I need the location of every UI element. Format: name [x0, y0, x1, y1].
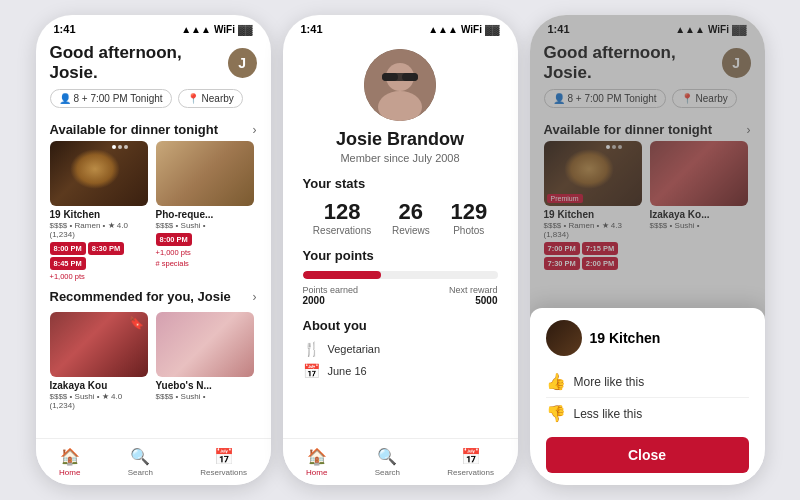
profile-avatar [364, 49, 436, 121]
rest-card-19kitchen[interactable]: 19 Kitchen $$$$ • Ramen • ★ 4.0 (1,234) … [50, 141, 148, 281]
rec-meta-yuebo: $$$$ • Sushi • [156, 392, 254, 401]
wifi-icon: WiFi [214, 24, 235, 35]
stats-section: Your stats 128 Reservations 26 Reviews 1… [303, 176, 498, 236]
home-icon-2: 🏠 [307, 447, 327, 466]
stat-reservations: 128 Reservations [313, 199, 371, 236]
signal-icon-2: ▲▲▲ [428, 24, 458, 35]
stat-num-res: 128 [313, 199, 371, 225]
nearby-label-1: Nearby [202, 93, 234, 104]
svg-rect-5 [402, 73, 418, 81]
time-btn-pho-800[interactable]: 8:00 PM [156, 233, 192, 246]
about-birthday-text: June 16 [328, 365, 367, 377]
p3-less-label: Less like this [574, 407, 643, 421]
points-section: Your points Points earned Next reward 20… [303, 248, 498, 306]
nav-search-1[interactable]: 🔍 Search [128, 447, 153, 477]
status-icons-2: ▲▲▲ WiFi ▓▓ [428, 24, 499, 35]
stat-num-photo: 129 [450, 199, 487, 225]
bottom-nav-1: 🏠 Home 🔍 Search 📅 Reservations [36, 438, 271, 485]
time-btn-800[interactable]: 8:00 PM [50, 242, 86, 255]
about-diet-text: Vegetarian [328, 343, 381, 355]
battery-icon: ▓▓ [238, 24, 253, 35]
dinner-cards: 19 Kitchen $$$$ • Ramen • ★ 4.0 (1,234) … [36, 141, 271, 281]
about-section: About you 🍴 Vegetarian 📅 June 16 [303, 318, 498, 379]
time-buttons-pho: 8:00 PM [156, 233, 254, 246]
p2-content: Josie Brandow Member since July 2008 You… [283, 39, 518, 438]
battery-icon-2: ▓▓ [485, 24, 500, 35]
chevron-rec[interactable]: › [253, 290, 257, 304]
next-label: Next reward [449, 285, 498, 295]
status-bar-1: 1:41 ▲▲▲ WiFi ▓▓ [36, 15, 271, 39]
filter-nearby-1[interactable]: 📍 Nearby [178, 89, 243, 108]
earned-label: Points earned [303, 285, 359, 295]
fork-icon: 🍴 [303, 341, 320, 357]
close-button[interactable]: Close [546, 437, 749, 473]
rec-card-izakaya[interactable]: 🔖 Izakaya Kou $$$$ • Sushi • ★ 4.0 (1,23… [50, 312, 148, 410]
time-btn-830[interactable]: 8:30 PM [88, 242, 124, 255]
time-1: 1:41 [54, 23, 76, 35]
p1-greeting-row: Good afternoon, Josie. J [50, 43, 257, 83]
dots-19kitchen [112, 145, 128, 149]
p1-header: Good afternoon, Josie. J 👤 8 + 7:00 PM T… [36, 39, 271, 114]
nav-search-label-1: Search [128, 468, 153, 477]
guests-icon: 👤 [59, 93, 71, 104]
rest-meta-pho: $$$$ • Sushi • [156, 221, 254, 230]
rest-img-19kitchen [50, 141, 148, 206]
home-icon-1: 🏠 [60, 447, 80, 466]
p1-content: Good afternoon, Josie. J 👤 8 + 7:00 PM T… [36, 39, 271, 438]
avatar-1[interactable]: J [228, 48, 257, 78]
nav-home-2[interactable]: 🏠 Home [306, 447, 327, 477]
guests-label-1: 8 + 7:00 PM Tonight [74, 93, 163, 104]
rec-name-izakaya: Izakaya Kou [50, 380, 148, 391]
stat-name-res: Reservations [313, 225, 371, 236]
recommended-section: Recommended for you, Josie › 🔖 Izakaya K… [36, 289, 271, 410]
stat-photos: 129 Photos [450, 199, 487, 236]
specials-pho: # specials [156, 259, 254, 268]
nav-res-label-2: Reservations [447, 468, 494, 477]
stat-num-rev: 26 [392, 199, 430, 225]
reservations-icon-2: 📅 [461, 447, 481, 466]
points-bar-bg [303, 271, 498, 279]
search-icon-2: 🔍 [377, 447, 397, 466]
rest-img-pho [156, 141, 254, 206]
section-dinner-title: Available for dinner tonight [50, 122, 219, 137]
p3-action-less[interactable]: 👎 Less like this [546, 398, 749, 429]
search-icon-1: 🔍 [130, 447, 150, 466]
calendar-icon: 📅 [303, 363, 320, 379]
about-label: About you [303, 318, 498, 333]
p3-action-more[interactable]: 👍 More like this [546, 366, 749, 398]
stats-row: 128 Reservations 26 Reviews 129 Photos [303, 199, 498, 236]
rest-name-19kitchen: 19 Kitchen [50, 209, 148, 220]
p3-bg-overlay[interactable] [530, 15, 765, 325]
nav-reservations-1[interactable]: 📅 Reservations [200, 447, 247, 477]
filter-guests-1[interactable]: 👤 8 + 7:00 PM Tonight [50, 89, 172, 108]
phone-2: 1:41 ▲▲▲ WiFi ▓▓ Josie Brandow Member si… [283, 15, 518, 485]
p3-bottom-sheet: 19 Kitchen 👍 More like this 👎 Less like … [530, 308, 765, 485]
nav-search-label-2: Search [375, 468, 400, 477]
bookmark-izakaya[interactable]: 🔖 [129, 316, 144, 330]
time-btn-845[interactable]: 8:45 PM [50, 257, 86, 270]
nav-reservations-2[interactable]: 📅 Reservations [447, 447, 494, 477]
stat-reviews: 26 Reviews [392, 199, 430, 236]
p3-sheet-header: 19 Kitchen [546, 320, 749, 356]
location-icon: 📍 [187, 93, 199, 104]
stat-name-photo: Photos [450, 225, 487, 236]
about-diet: 🍴 Vegetarian [303, 341, 498, 357]
rest-card-pho[interactable]: Pho-reque... $$$$ • Sushi • 8:00 PM +1,0… [156, 141, 254, 281]
nav-home-1[interactable]: 🏠 Home [59, 447, 80, 477]
nav-search-2[interactable]: 🔍 Search [375, 447, 400, 477]
p3-sheet-name: 19 Kitchen [590, 330, 661, 346]
chevron-dinner[interactable]: › [253, 123, 257, 137]
rec-card-yuebo[interactable]: Yuebo's N... $$$$ • Sushi • [156, 312, 254, 410]
nav-home-label-2: Home [306, 468, 327, 477]
points-values-row: 2000 5000 [303, 295, 498, 306]
points-labels-row: Points earned Next reward [303, 285, 498, 295]
reservations-icon-1: 📅 [214, 447, 234, 466]
wifi-icon-2: WiFi [461, 24, 482, 35]
p3-more-label: More like this [574, 375, 645, 389]
rest-meta-19kitchen: $$$$ • Ramen • ★ 4.0 (1,234) [50, 221, 148, 239]
next-value: 5000 [475, 295, 497, 306]
pts-19kitchen: +1,000 pts [50, 272, 148, 281]
signal-icon: ▲▲▲ [181, 24, 211, 35]
status-icons-1: ▲▲▲ WiFi ▓▓ [181, 24, 252, 35]
about-birthday: 📅 June 16 [303, 363, 498, 379]
